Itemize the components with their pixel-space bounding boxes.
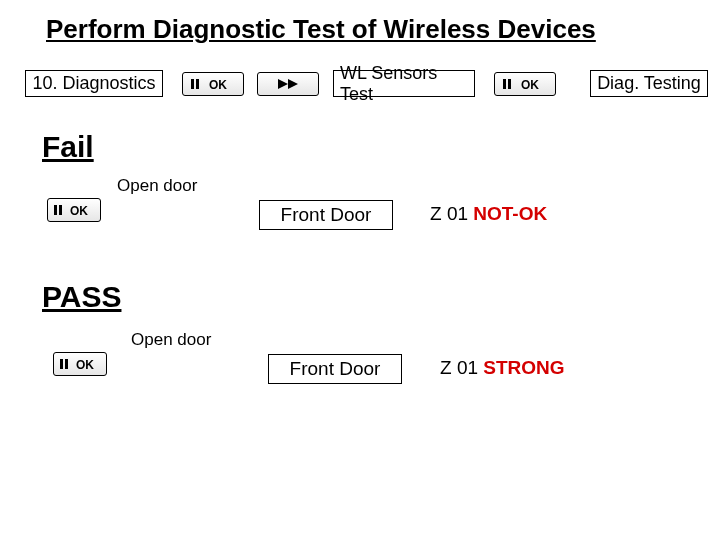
front-door-box-fail: Front Door xyxy=(259,200,393,230)
svg-text:OK: OK xyxy=(209,78,227,91)
ok-button-pass[interactable]: OK xyxy=(53,352,107,376)
svg-rect-8 xyxy=(54,205,57,215)
svg-rect-6 xyxy=(508,79,511,89)
fast-forward-icon xyxy=(268,77,308,91)
zone-status-text-pass: STRONG xyxy=(483,357,564,378)
pass-heading: PASS xyxy=(42,280,121,314)
svg-text:OK: OK xyxy=(521,78,539,91)
svg-rect-11 xyxy=(60,359,63,369)
pause-ok-icon: OK xyxy=(500,77,550,91)
pause-ok-icon: OK xyxy=(51,203,97,217)
pause-ok-icon: OK xyxy=(188,77,238,91)
svg-text:OK: OK xyxy=(70,204,88,217)
front-door-box-pass: Front Door xyxy=(268,354,402,384)
diag-testing-box: Diag. Testing xyxy=(590,70,708,97)
pause-ok-icon: OK xyxy=(57,357,103,371)
fail-heading: Fail xyxy=(42,130,94,164)
zone-status-fail: Z 01 NOT-OK xyxy=(430,203,547,225)
svg-rect-1 xyxy=(196,79,199,89)
zone-prefix-pass: Z 01 xyxy=(440,357,483,378)
svg-rect-0 xyxy=(191,79,194,89)
svg-marker-3 xyxy=(278,79,288,89)
wl-sensors-test-box: WL Sensors Test xyxy=(333,70,475,97)
ok-button-fail[interactable]: OK xyxy=(47,198,101,222)
open-door-label-pass: Open door xyxy=(131,330,211,350)
ok-button-2[interactable]: OK xyxy=(494,72,556,96)
diagnostics-menu-box: 10. Diagnostics xyxy=(25,70,163,97)
svg-rect-12 xyxy=(65,359,68,369)
forward-button[interactable] xyxy=(257,72,319,96)
svg-rect-5 xyxy=(503,79,506,89)
zone-status-pass: Z 01 STRONG xyxy=(440,357,565,379)
svg-rect-9 xyxy=(59,205,62,215)
zone-status-text-fail: NOT-OK xyxy=(473,203,547,224)
svg-marker-4 xyxy=(288,79,298,89)
zone-prefix-fail: Z 01 xyxy=(430,203,473,224)
open-door-label-fail: Open door xyxy=(117,176,197,196)
svg-text:OK: OK xyxy=(76,358,94,371)
ok-button-1[interactable]: OK xyxy=(182,72,244,96)
page-title: Perform Diagnostic Test of Wireless Devi… xyxy=(46,14,596,45)
